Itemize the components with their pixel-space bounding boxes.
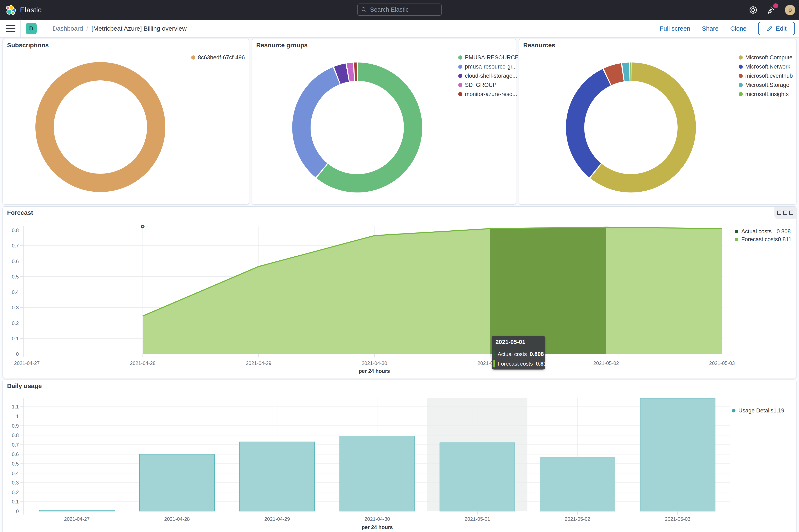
forecast-legend: Actual costs0.808Forecast costs0.811 (735, 227, 791, 243)
legend-swatch (739, 92, 743, 96)
resources-donut-chart[interactable] (564, 61, 698, 194)
legend-label: 8c63bedf-67cf-496... (198, 54, 249, 61)
legend-item[interactable]: cloud-shell-storage... (458, 71, 524, 80)
svg-text:0: 0 (16, 509, 19, 514)
usage-bar[interactable] (640, 398, 715, 511)
svg-text:0.8: 0.8 (12, 433, 19, 438)
daily-usage-bar-chart[interactable]: 00.10.20.30.40.50.60.70.80.911.12021-04-… (3, 380, 796, 532)
search-input[interactable] (369, 6, 438, 13)
donut-slice[interactable] (290, 61, 424, 194)
panel-options-button[interactable] (775, 207, 796, 219)
divider (20, 20, 21, 37)
legend-swatch (739, 83, 743, 87)
svg-text:2021-04-28: 2021-04-28 (130, 360, 156, 366)
svg-text:per 24 hours: per 24 hours (362, 524, 393, 530)
top-navbar: Elastic (0, 0, 799, 20)
hamburger-icon (6, 25, 15, 26)
resource-groups-donut-chart[interactable] (290, 61, 424, 194)
svg-text:0.5: 0.5 (12, 274, 19, 280)
svg-text:2021-05-02: 2021-05-02 (593, 360, 619, 366)
donut-slice[interactable] (564, 61, 698, 194)
legend-item[interactable]: microsoft.insights (739, 90, 793, 99)
donut-slice[interactable] (44, 71, 156, 183)
legend-value: 1.19 (773, 407, 784, 414)
svg-text:0.9: 0.9 (12, 423, 19, 429)
space-badge[interactable]: D (26, 23, 37, 34)
svg-text:0: 0 (16, 351, 19, 357)
donut-slice[interactable] (564, 61, 698, 194)
panel-title: Subscriptions (7, 42, 49, 49)
legend-label: pmusa-resource-gr... (465, 63, 517, 70)
subscriptions-legend: 8c63bedf-67cf-496... (191, 53, 249, 62)
tooltip-series-swatch (493, 350, 495, 358)
legend-item[interactable]: Microsoft.Compute (739, 53, 793, 62)
page-title: [Metricbeat Azure] Billing overview (92, 25, 187, 32)
usage-bar[interactable] (440, 443, 515, 511)
svg-text:1.1: 1.1 (12, 404, 19, 410)
legend-item[interactable]: monitor-azure-reso... (458, 90, 524, 99)
share-button[interactable]: Share (702, 25, 719, 32)
help-menu-button[interactable] (748, 5, 758, 15)
notification-dot (773, 3, 778, 8)
legend-label: monitor-azure-reso... (465, 91, 517, 97)
svg-text:0.6: 0.6 (12, 451, 19, 457)
svg-text:1: 1 (16, 414, 19, 419)
subscriptions-donut-chart[interactable] (34, 60, 167, 194)
tooltip-series-label: Actual costs (498, 351, 527, 358)
search-icon (361, 6, 367, 13)
forecast-area-chart[interactable]: 00.10.20.30.40.50.60.70.82021-04-272021-… (3, 207, 796, 378)
newsfeed-button[interactable] (766, 5, 777, 15)
breadcrumb-separator: / (87, 25, 88, 32)
legend-item[interactable]: 8c63bedf-67cf-496... (191, 53, 249, 62)
edit-button-label: Edit (776, 25, 786, 32)
svg-text:2021-05-02: 2021-05-02 (565, 516, 590, 522)
svg-text:0.4: 0.4 (12, 471, 19, 476)
legend-label: cloud-shell-storage... (465, 73, 517, 79)
svg-text:2021-04-29: 2021-04-29 (246, 360, 271, 366)
pencil-icon (766, 25, 773, 32)
legend-label: Microsoft.Compute (745, 54, 793, 61)
tooltip-row: Actual costs0.808 (493, 350, 542, 358)
panel-daily-usage: Daily usage 00.10.20.30.40.50.60.70.80.9… (2, 380, 797, 532)
edit-button[interactable]: Edit (758, 22, 795, 35)
svg-text:0.1: 0.1 (12, 499, 19, 505)
panel-title: Forecast (7, 209, 33, 216)
legend-item[interactable]: microsoft.eventhub (739, 71, 793, 80)
legend-swatch (458, 64, 462, 69)
panel-title: Resource groups (256, 42, 308, 49)
svg-text:2021-04-29: 2021-04-29 (264, 516, 290, 522)
full-screen-button[interactable]: Full screen (660, 25, 690, 32)
menu-toggle-button[interactable] (6, 25, 15, 32)
legend-item[interactable]: Usage Details1.19 (732, 406, 784, 415)
kibana-dashboard-screen: Elastic (0, 0, 799, 532)
svg-text:0.7: 0.7 (12, 442, 19, 448)
legend-label: PMUSA-RESOURCE... (465, 54, 524, 61)
legend-item[interactable]: PMUSA-RESOURCE... (458, 53, 524, 62)
legend-value: 0.808 (777, 228, 791, 235)
tooltip-series-label: Forecast costs (498, 361, 533, 367)
usage-bar[interactable] (139, 454, 214, 511)
legend-item[interactable]: Forecast costs0.811 (735, 235, 791, 243)
legend-item[interactable]: Microsoft.Network (739, 62, 793, 71)
legend-item[interactable]: Microsoft.Storage (739, 80, 793, 90)
legend-item[interactable]: pmusa-resource-gr... (458, 62, 524, 71)
user-avatar[interactable]: p (785, 5, 795, 15)
legend-item[interactable]: Actual costs0.808 (735, 227, 791, 235)
elastic-logo[interactable]: Elastic (6, 5, 42, 15)
clone-button[interactable]: Clone (730, 25, 746, 32)
global-search[interactable] (357, 3, 442, 16)
svg-text:2021-04-27: 2021-04-27 (64, 516, 90, 522)
usage-bar[interactable] (340, 436, 415, 511)
life-ring-icon (749, 6, 758, 14)
legend-item[interactable]: SD_GROUP (458, 80, 524, 90)
donut-slice[interactable] (290, 61, 424, 194)
usage-bar[interactable] (39, 510, 114, 511)
panel-title: Resources (523, 42, 555, 49)
svg-text:2021-04-28: 2021-04-28 (164, 516, 190, 522)
usage-bar[interactable] (540, 457, 615, 511)
usage-bar[interactable] (240, 442, 315, 511)
breadcrumb-dashboard-link[interactable]: Dashboard (53, 25, 83, 32)
chart-tooltip: 2021-05-01 Actual costs0.808Forecast cos… (492, 336, 545, 369)
daily-usage-legend: Usage Details1.19 (732, 406, 784, 415)
svg-text:0.2: 0.2 (12, 490, 19, 495)
